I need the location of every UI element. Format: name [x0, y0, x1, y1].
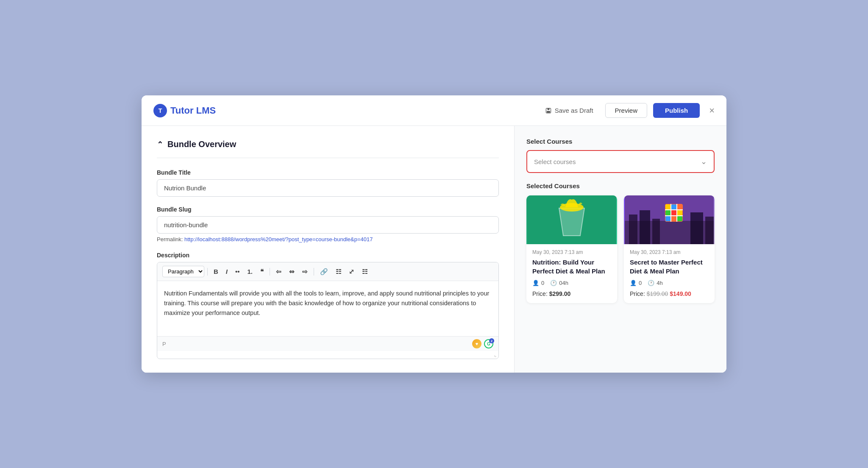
italic-button[interactable]: I — [223, 266, 231, 277]
bundle-slug-label: Bundle Slug — [157, 206, 499, 213]
save-icon — [545, 107, 552, 114]
editor-toolbar: Paragraph B I •• 1. ❝ ⇦ ⇔ ⇨ 🔗 ☷ ⤢ ☷ — [157, 262, 498, 281]
price-value-1: $299.00 — [549, 290, 571, 297]
svg-rect-4 — [547, 111, 550, 112]
duration-value-2: 4h — [657, 280, 662, 286]
publish-button[interactable]: Publish — [653, 103, 700, 118]
student-count-1: 0 — [541, 280, 544, 286]
course-info-1: May 30, 2023 7:13 am Nutrition: Build Yo… — [526, 244, 617, 303]
tutor-lms-logo-icon: T — [153, 104, 167, 117]
bundle-title-input[interactable] — [157, 179, 499, 197]
select-courses-row: Select courses ⌄ — [534, 157, 707, 166]
content-area: ⌃ Bundle Overview Bundle Title Bundle Sl… — [142, 126, 726, 373]
duration-value-1: 04h — [559, 280, 568, 286]
toolbar-separator-1 — [207, 268, 208, 276]
blockquote-button[interactable]: ❝ — [257, 266, 267, 277]
main-window: T Tutor LMS Save as Draft Preview Publis… — [142, 95, 726, 373]
clock-icon-2: 🕐 — [648, 280, 654, 286]
save-draft-button[interactable]: Save as Draft — [539, 103, 599, 117]
editor-paragraph-marker: P — [162, 341, 166, 347]
paragraph-select[interactable]: Paragraph — [162, 266, 204, 277]
bundle-title-label: Bundle Title — [157, 169, 499, 176]
svg-rect-26 — [665, 216, 670, 221]
course-name-1: Nutrition: Build Your Perfect Diet & Mea… — [532, 258, 611, 276]
logo: T Tutor LMS — [153, 104, 216, 117]
bundle-slug-input[interactable] — [157, 216, 499, 234]
course-duration-1: 🕐 04h — [550, 280, 568, 286]
align-right-button[interactable]: ⇨ — [299, 266, 311, 277]
course-card-2: May 30, 2023 7:13 am Secret to Master Pe… — [624, 195, 715, 303]
course-duration-2: 🕐 4h — [648, 280, 662, 286]
link-button[interactable]: 🔗 — [317, 266, 331, 277]
svg-rect-27 — [671, 216, 676, 221]
student-count-2: 0 — [639, 280, 642, 286]
selected-courses-label: Selected Courses — [526, 182, 715, 189]
grammarly-heart-icon: ♥ — [472, 339, 481, 348]
course-date-1: May 30, 2023 7:13 am — [532, 249, 611, 255]
svg-text:T: T — [159, 107, 162, 114]
align-center-button[interactable]: ⇔ — [286, 266, 298, 277]
editor-content: Nutrition Fundamentals will provide you … — [164, 289, 492, 318]
header: T Tutor LMS Save as Draft Preview Publis… — [142, 95, 726, 126]
header-actions: Save as Draft Preview Publish × — [539, 103, 715, 118]
bundle-overview-title: ⌃ Bundle Overview — [157, 139, 499, 149]
students-icon-1: 👤 — [532, 280, 539, 286]
toolbar-separator-2 — [270, 268, 270, 276]
course-thumbnail-1 — [526, 195, 617, 244]
course-students-1: 👤 0 — [532, 280, 544, 286]
original-price-2: $199.00 — [647, 290, 668, 297]
close-button[interactable]: × — [709, 105, 715, 116]
svg-rect-22 — [677, 204, 682, 209]
select-courses-label: Select Courses — [526, 138, 715, 145]
course-card-1: May 30, 2023 7:13 am Nutrition: Build Yo… — [526, 195, 617, 303]
left-panel: ⌃ Bundle Overview Bundle Title Bundle Sl… — [142, 126, 515, 373]
permalink-link[interactable]: http://localhost:8888/wordpress%20meet/?… — [184, 236, 373, 242]
grid-button[interactable]: ☷ — [359, 266, 370, 277]
course-meta-1: 👤 0 🕐 04h — [532, 280, 611, 286]
grammarly-badge: 2 — [489, 338, 494, 343]
editor-footer: P ♥ G 2 — [157, 336, 498, 351]
course-thumbnail-2 — [624, 195, 715, 244]
course-image-decoration-2 — [624, 195, 715, 244]
description-label: Description — [157, 252, 499, 259]
svg-rect-24 — [671, 210, 676, 215]
course-price-2: Price: $199.00$149.00 — [630, 290, 709, 297]
course-meta-2: 👤 0 🕐 4h — [630, 280, 709, 286]
sale-price-2: $149.00 — [670, 290, 691, 297]
svg-rect-20 — [665, 204, 670, 209]
preview-button[interactable]: Preview — [605, 103, 647, 118]
svg-rect-25 — [677, 210, 682, 215]
resize-handle[interactable]: ⌞ — [157, 351, 498, 359]
svg-rect-14 — [705, 217, 714, 244]
svg-marker-6 — [559, 208, 584, 236]
logo-text: Tutor LMS — [170, 105, 216, 116]
table-button[interactable]: ☷ — [333, 266, 344, 277]
course-info-2: May 30, 2023 7:13 am Secret to Master Pe… — [624, 244, 715, 303]
svg-rect-11 — [640, 210, 650, 244]
chevron-up-icon: ⌃ — [157, 140, 163, 149]
select-courses-dropdown[interactable]: Select courses — [534, 158, 701, 165]
ordered-list-button[interactable]: 1. — [245, 266, 256, 277]
course-image-decoration-1 — [526, 195, 617, 244]
toolbar-separator-3 — [314, 268, 314, 276]
course-price-1: Price: $299.00 — [532, 290, 611, 297]
fullscreen-button[interactable]: ⤢ — [346, 266, 357, 277]
editor-footer-icons: ♥ G 2 — [472, 339, 493, 348]
svg-rect-10 — [629, 214, 637, 244]
unordered-list-button[interactable]: •• — [232, 266, 243, 277]
align-left-button[interactable]: ⇦ — [273, 266, 284, 277]
course-students-2: 👤 0 — [630, 280, 642, 286]
grammarly-g-icon: G 2 — [484, 339, 493, 348]
svg-rect-12 — [652, 219, 660, 244]
svg-rect-3 — [547, 108, 549, 110]
svg-rect-21 — [671, 204, 676, 209]
svg-rect-28 — [677, 216, 682, 221]
bold-button[interactable]: B — [211, 266, 221, 277]
course-date-2: May 30, 2023 7:13 am — [630, 249, 709, 255]
right-panel: Select Courses Select courses ⌄ Selected… — [515, 126, 726, 373]
section-divider — [157, 158, 499, 158]
description-editor: Paragraph B I •• 1. ❝ ⇦ ⇔ ⇨ 🔗 ☷ ⤢ ☷ — [157, 262, 499, 359]
editor-body[interactable]: Nutrition Fundamentals will provide you … — [157, 281, 498, 336]
svg-rect-13 — [690, 212, 703, 244]
svg-rect-23 — [665, 210, 670, 215]
